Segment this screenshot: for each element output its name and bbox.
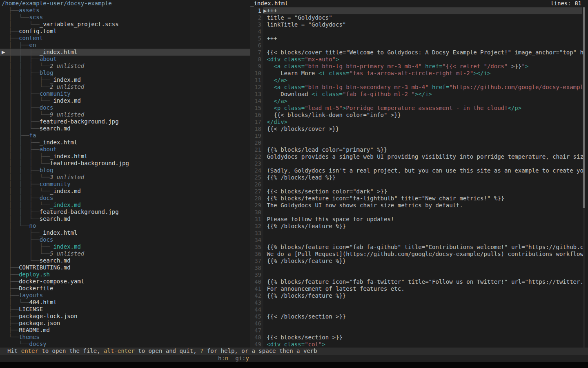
status-text: Hit <box>7 348 21 354</box>
code-line-text: title = "Goldydocs" <box>263 14 582 21</box>
tree-row-directory[interactable]: │ └──no <box>0 222 250 229</box>
tree-row-file[interactable]: │ │ │ └──9 unlisted <box>0 111 250 118</box>
code-segment: {{% /blocks/lead %}} <box>267 174 336 181</box>
tree-row-file[interactable]: │ │ ├──_index.html <box>0 139 250 146</box>
tree-row-directory[interactable]: ├──assets <box>0 7 250 14</box>
tree-row-file[interactable]: ├──Dockerfile <box>0 285 250 292</box>
tree-connector: └── <box>5 334 19 340</box>
status-bar: Hit enter to open the file, alt-enter to… <box>0 348 588 355</box>
tree-row-directory[interactable]: │ │ ├──docs <box>0 195 250 202</box>
tree-row-file[interactable]: ├──README.md <box>0 327 250 334</box>
line-number: 17 <box>250 119 263 126</box>
tree-connector: │ │ ├── <box>5 104 39 111</box>
tree-row-file[interactable]: ├──docker-compose.yaml <box>0 278 250 285</box>
tree-connector: │ │ │ ├── <box>5 76 50 83</box>
tree-row-file[interactable]: ├──deploy.sh <box>0 271 250 278</box>
code-line: 25 {{% /blocks/lead %}} <box>250 174 583 181</box>
tree-connector: │ ├── <box>5 229 39 236</box>
tree-item-label: scss <box>29 14 43 20</box>
tree-row-file[interactable]: │ │ │ └──_index.md <box>0 97 250 104</box>
tree-row-file[interactable]: │ │ │ └──2 unlisted <box>0 63 250 70</box>
tree-row-file[interactable]: │ │ └──5 unlisted <box>0 250 250 257</box>
tree-row-file[interactable]: │ └──404.html <box>0 299 250 306</box>
tree-row-file[interactable]: │ └──search.md <box>0 257 250 264</box>
tree-row-directory[interactable]: ├──content <box>0 35 250 42</box>
code-line-text: Download <i class="fab fa-github ml-2 ">… <box>263 91 582 98</box>
tree-row-file[interactable]: ├──package-lock.json <box>0 313 250 320</box>
root-path: /home/example-user/docsy-example <box>0 0 250 7</box>
tree-row-file[interactable]: ├──package.json <box>0 320 250 327</box>
line-number: 37 <box>250 258 263 265</box>
tree-row-file[interactable]: │ │ ├──featured-background.jpg <box>0 209 250 215</box>
tree-connector: ├── <box>5 292 19 298</box>
tree-row-directory[interactable]: │ │ ├──community <box>0 90 250 97</box>
line-number: 25 <box>250 174 263 181</box>
code-line-text: {{< blocks/cover title="Welcome to Goldy… <box>263 49 583 56</box>
code-segment: " <box>521 63 525 70</box>
tree-row-file[interactable]: │ │ └──search.md <box>0 125 250 132</box>
code-line-text: {{< /blocks/section >}} <box>263 313 582 320</box>
code-line: 2 title = "Goldydocs" <box>250 14 583 21</box>
tree-row-file[interactable]: │ │ │ └──2 unlisted <box>0 83 250 90</box>
tree-row-directory[interactable]: │ ├──docs <box>0 236 250 243</box>
tree-connector: │ │ ├── <box>5 90 39 97</box>
tree-row-directory[interactable]: │ │ ├──about <box>0 146 250 153</box>
tree-row-file[interactable]: │ │ ├──_index.md <box>0 243 250 250</box>
line-number: 29 <box>250 202 263 209</box>
code-line: 44 <box>250 306 583 313</box>
tree-row-file[interactable]: ├──config.toml <box>0 28 250 35</box>
line-number: 13 <box>250 91 263 98</box>
code-line-text: (Sadly, Goldydocs isn't a real project, … <box>263 167 583 174</box>
code-marker-spacer <box>263 209 267 215</box>
scrollbar-thumb[interactable] <box>583 7 585 208</box>
tree-row-directory[interactable]: │ │ ├──blog <box>0 70 250 76</box>
tree-row-directory[interactable]: ├──layouts <box>0 292 250 299</box>
code-segment: "https://github.com/google/docsy-example… <box>449 84 583 90</box>
tree-row-file[interactable]: │ │ │ ├──_index.html <box>0 153 250 160</box>
tree-item-label: search.md <box>40 257 71 264</box>
tree-row-file[interactable]: │ ├──_index.html <box>0 229 250 236</box>
tree-row-directory[interactable]: │ ├──en <box>0 42 250 49</box>
code-line-text: {{% /blocks/feature %}} <box>263 292 582 299</box>
line-number: 44 <box>250 306 263 313</box>
code-line: 19 <box>250 132 583 139</box>
code-line: 46 <box>250 320 583 327</box>
tree-row-directory[interactable]: └──themes <box>0 334 250 341</box>
tree-row-file[interactable]: │ │ └──search.md <box>0 215 250 222</box>
tree-row-directory[interactable]: │ └──scss <box>0 14 250 21</box>
tree-row-file[interactable]: │ │ │ └──_index.md <box>0 188 250 195</box>
code-line-text: The Goldydocs UI now shows chair size me… <box>263 202 582 209</box>
command-input-bar[interactable]: :e h:n gi:y <box>0 355 588 362</box>
preview-scrollbar[interactable] <box>583 7 585 348</box>
tree-item-label: Dockerfile <box>19 285 53 292</box>
code-segment: >}} <box>511 63 521 70</box>
tree-connector: │ │ │ └── <box>5 174 50 180</box>
tree-row-file[interactable]: │ │ │ └──_index.md <box>0 202 250 209</box>
tree-row-file[interactable]: │ └──_variables_project.scss <box>0 21 250 28</box>
tree-row-directory[interactable]: │ │ ├──community <box>0 181 250 188</box>
file-tree-panel: /home/example-user/docsy-example ├──asse… <box>0 0 250 348</box>
tree-row-file[interactable]: │ │ │ └──3 unlisted <box>0 174 250 181</box>
tree-row-directory[interactable]: │ │ ├──docs <box>0 104 250 111</box>
key-hint: alt-enter <box>104 348 135 354</box>
code-segment: > <box>525 63 528 70</box>
tree-row-file[interactable]: │ │ ├──featured-background.jpg <box>0 118 250 125</box>
line-number: 40 <box>250 278 263 285</box>
tree-row-file[interactable]: │ │ │ └──featured-background.jpg <box>0 160 250 167</box>
tree-row-file[interactable]: ├──LICENSE <box>0 306 250 313</box>
code-segment: {{< /blocks/section >}} <box>267 313 346 320</box>
code-line-text: Learn More <i class="fas fa-arrow-alt-ci… <box>263 70 582 77</box>
tree-row-directory[interactable]: │ │ ├──about <box>0 56 250 63</box>
tree-row-directory[interactable]: └──docsy <box>0 341 250 348</box>
code-segment: title = "Goldydocs" <box>267 14 332 21</box>
tree-row-directory[interactable]: │ ├──fa <box>0 132 250 139</box>
tree-row-directory[interactable]: │ │ ├──blog <box>0 167 250 174</box>
tree-row-file[interactable]: │ │ │ ├──_index.md <box>0 76 250 83</box>
tree-row-file[interactable]: ├──CONTRIBUTING.md <box>0 264 250 271</box>
line-number: 32 <box>250 223 263 230</box>
code-line-text <box>263 327 582 334</box>
code-segment: <a class= <box>267 63 305 70</box>
code-line-text <box>263 237 582 244</box>
tree-row-file[interactable]: ▶ │ │ ├──_index.html <box>0 49 250 56</box>
code-line: 30 <box>250 209 583 216</box>
